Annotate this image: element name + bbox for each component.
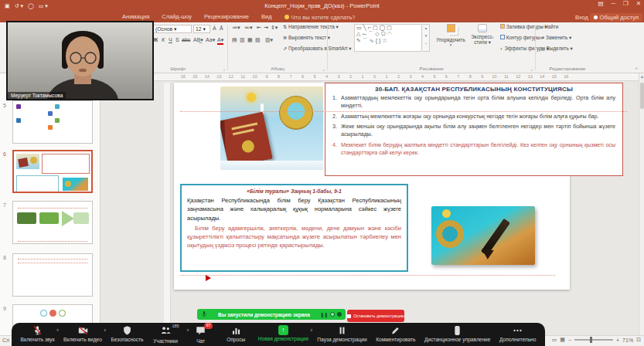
pedestal-graphic bbox=[220, 161, 323, 170]
toolbar-polls-button[interactable]: Опросы bbox=[223, 325, 249, 342]
minimize-icon[interactable]: ─ bbox=[612, 0, 615, 7]
scrollbar-thumb[interactable] bbox=[640, 83, 644, 109]
increase-indent-icon[interactable]: ⇥ bbox=[264, 25, 268, 31]
justify-icon[interactable]: ▧ bbox=[255, 37, 261, 43]
normal-view-icon[interactable]: ▭ bbox=[552, 337, 557, 343]
constitution-textbox[interactable]: 30-БАП. ҚАЗАҚСТАН РЕСПУБЛИКАСЫНЫҢ КОНСТИ… bbox=[325, 83, 623, 176]
toolbar-chat-button[interactable]: 97 Чат bbox=[188, 325, 214, 344]
toolbar-participants-button[interactable]: 185 ∨ Участники bbox=[152, 325, 179, 344]
zoom-level[interactable]: 71% bbox=[622, 338, 633, 343]
slide-canvas: 30-БАП. ҚАЗАҚСТАН РЕСПУБЛИКАСЫНЫҢ КОНСТИ… bbox=[101, 81, 639, 335]
char-spacing-icon[interactable]: АВ̲▾ bbox=[193, 37, 203, 43]
align-center-icon[interactable]: ▥ bbox=[240, 37, 245, 43]
bullets-icon[interactable]: ≔▾ bbox=[232, 25, 240, 31]
arrange-button[interactable]: Упорядочить ▾ bbox=[435, 24, 466, 47]
slide-thumbnail-5[interactable] bbox=[12, 100, 93, 144]
window-title: Концепт_Норм_прав_ДО(каз) - PowerPoint bbox=[0, 2, 644, 9]
strikethrough-icon[interactable]: abc bbox=[182, 37, 190, 42]
grow-font-icon[interactable]: А́ bbox=[213, 25, 216, 31]
tab-review[interactable]: Рецензирование bbox=[198, 12, 255, 22]
flag-pen-image[interactable] bbox=[431, 206, 535, 265]
chevron-up-icon[interactable]: ∨ bbox=[104, 327, 107, 332]
collapse-ribbon-icon[interactable]: ˄ bbox=[635, 66, 638, 71]
zoom-out-icon[interactable]: − bbox=[568, 338, 571, 343]
shadow-icon[interactable]: S bbox=[175, 37, 179, 42]
italic-icon[interactable]: К bbox=[162, 37, 165, 42]
ruler-tick-label: 10 bbox=[249, 74, 261, 79]
toolbar-unmute-button[interactable]: ∨ Включить звук bbox=[21, 325, 55, 342]
align-right-icon[interactable]: ▦ bbox=[247, 37, 253, 43]
paragraph-dialog-launcher-icon[interactable]: ⌟ bbox=[322, 66, 325, 71]
shield-icon bbox=[121, 325, 133, 336]
align-text-button[interactable]: ⊜ Выровнять текст ▾ bbox=[283, 35, 330, 40]
scroll-up-icon[interactable]: ▲ bbox=[640, 74, 644, 79]
lightbulb-icon bbox=[285, 15, 289, 19]
numbering-icon[interactable]: ≕▾ bbox=[244, 25, 253, 31]
toolbar-more-button[interactable]: Дополнительно bbox=[499, 325, 536, 342]
shapes-gallery-scroll[interactable]: ▴▾⌄ bbox=[423, 24, 430, 52]
emblem-graphic bbox=[279, 96, 313, 130]
tell-me-box[interactable]: Что вы хотите сделать? bbox=[285, 14, 356, 21]
change-case-icon[interactable]: Аа▾ bbox=[206, 37, 215, 43]
find-button[interactable]: ⌕ Найти bbox=[540, 24, 558, 30]
shapes-gallery-row: ✎⌒∿{}☆ bbox=[356, 38, 420, 44]
slide-thumbnail-8[interactable] bbox=[12, 253, 93, 297]
search-icon: ⌕ bbox=[540, 24, 543, 29]
toolbar-annotate-button[interactable]: Комментировать bbox=[376, 325, 415, 342]
ruler-tick-label: 7 bbox=[452, 74, 464, 79]
share-button[interactable]: Общий доступ bbox=[590, 13, 642, 22]
toolbar-security-button[interactable]: Безопасность bbox=[111, 325, 143, 342]
pause-icon bbox=[336, 325, 348, 336]
constitution-book-image[interactable] bbox=[220, 86, 323, 170]
ribbon-options-icon[interactable]: ▤ bbox=[598, 0, 604, 7]
line-spacing-icon[interactable]: ⇕▾ bbox=[271, 25, 278, 31]
ruler-tick-label: 11 bbox=[500, 74, 512, 79]
drawing-dialog-launcher-icon[interactable]: ⌟ bbox=[530, 66, 533, 71]
underline-icon[interactable]: Ч bbox=[169, 37, 172, 42]
toolbar-pause-share-button[interactable]: Пауза демонстрации bbox=[317, 325, 366, 342]
banner-pause-icon: ❚❚ bbox=[320, 312, 328, 317]
select-button[interactable]: ▨ Выделить ▾ bbox=[540, 46, 573, 51]
font-color-icon[interactable]: А▾ bbox=[217, 37, 223, 45]
ruler-tick-label: 0 bbox=[369, 74, 380, 79]
toolbar-remote-control-button[interactable]: Дистанционное управление bbox=[424, 325, 490, 342]
editing-group: ⌕ Найти ⇄ Заменить ▾ ▨ Выделить ▾ Редакт… bbox=[537, 22, 598, 73]
ruler-tick-label: 11 bbox=[237, 74, 248, 79]
shrink-font-icon[interactable]: А̌ bbox=[220, 25, 223, 31]
font-name-combo[interactable]: (Основ ▾ bbox=[153, 25, 192, 33]
fit-to-window-icon[interactable]: ⊡ bbox=[636, 337, 641, 343]
law-textbox[interactable]: «Білім туралы» Заңның 1-бабы, 9-1 Қазақс… bbox=[180, 184, 408, 272]
align-left-icon[interactable]: ▤ bbox=[232, 37, 237, 43]
participant-name-label: Меруерт Токтамысова bbox=[8, 92, 66, 99]
close-icon[interactable]: ✕ bbox=[636, 0, 641, 7]
decrease-indent-icon[interactable]: ⇤ bbox=[257, 25, 261, 31]
zoom-in-icon[interactable]: + bbox=[616, 338, 619, 343]
quick-styles-button[interactable]: Экспресс- стили ▾ bbox=[468, 24, 497, 45]
chevron-up-icon[interactable]: ∨ bbox=[310, 327, 313, 332]
chevron-up-icon[interactable]: ∨ bbox=[56, 327, 60, 332]
slide-title: 30-БАП. ҚАЗАҚСТАН РЕСПУБЛИКАСЫНЫҢ КОНСТИ… bbox=[332, 86, 615, 93]
restore-icon[interactable]: ❐ bbox=[623, 0, 629, 7]
slide[interactable]: 30-БАП. ҚАЗАҚСТАН РЕСПУБЛИКАСЫНЫҢ КОНСТИ… bbox=[174, 83, 570, 290]
vertical-scrollbar[interactable]: ▲ bbox=[639, 73, 644, 335]
replace-button[interactable]: ⇄ Заменить ▾ bbox=[540, 35, 571, 40]
shapes-gallery[interactable]: ▭╲⌐▢◯▢ △⌙⌒◇⬠◠ ✎⌒∿{}☆ bbox=[354, 24, 422, 52]
zoom-slider-thumb[interactable] bbox=[590, 337, 592, 343]
toolbar-new-share-button[interactable]: ↑ ∨ Новая демонстрация bbox=[258, 325, 308, 341]
font-size-combo[interactable]: 12 ▾ bbox=[193, 25, 210, 33]
columns-icon[interactable]: ▥▾ bbox=[265, 37, 273, 43]
stop-share-button[interactable]: Остановить демонстрацию bbox=[347, 310, 404, 322]
sign-in-button[interactable]: Вход bbox=[575, 14, 588, 21]
font-dialog-launcher-icon[interactable]: ⌟ bbox=[223, 66, 225, 71]
tab-view[interactable]: Вид bbox=[255, 12, 278, 22]
shape-effects-icon: ◐ bbox=[500, 46, 503, 51]
slide-thumbnail-7[interactable] bbox=[12, 201, 93, 244]
pencil-icon bbox=[390, 325, 401, 336]
webcam-video-window[interactable]: Меруерт Токтамысова bbox=[6, 21, 154, 100]
shapes-gallery-row: ▭╲⌐▢◯▢ bbox=[356, 25, 420, 31]
slide-sorter-icon[interactable]: ▦ bbox=[560, 337, 565, 343]
toolbar-start-video-button[interactable]: ∨ Включить видео bbox=[63, 325, 102, 342]
tab-slideshow[interactable]: Слайд-шоу bbox=[155, 12, 198, 22]
zoom-slider[interactable] bbox=[574, 339, 613, 341]
slide-thumbnail-6[interactable] bbox=[12, 150, 93, 193]
